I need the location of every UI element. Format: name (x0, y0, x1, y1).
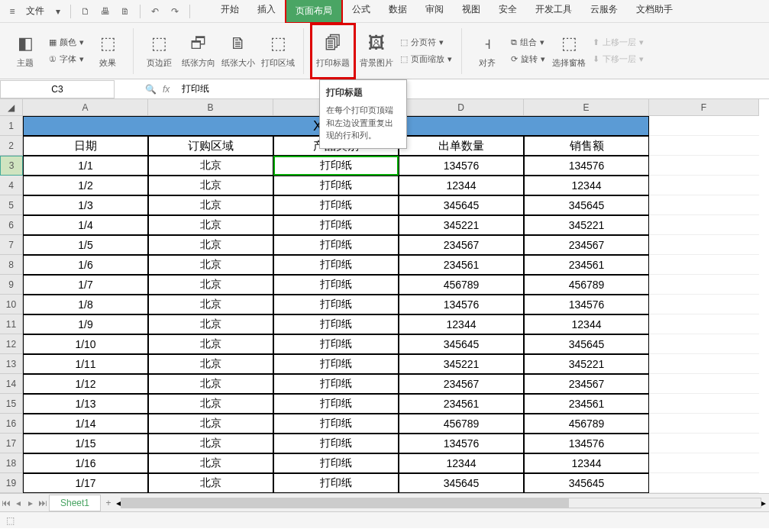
cell[interactable]: 打印纸 (273, 354, 399, 374)
cell[interactable]: 345221 (399, 354, 524, 374)
align-button[interactable]: ⫞对齐 (468, 27, 506, 76)
cell[interactable]: 345645 (524, 473, 649, 493)
cell[interactable]: 234567 (399, 235, 524, 255)
cell[interactable]: 打印纸 (273, 195, 399, 215)
cell[interactable]: 北京 (148, 414, 273, 434)
cell[interactable]: 234561 (524, 255, 649, 275)
cell[interactable]: 345645 (524, 195, 649, 215)
group-button[interactable]: ⧉组合▾ (508, 35, 548, 50)
row-header[interactable]: 14 (0, 374, 23, 394)
cell[interactable]: 1/9 (23, 314, 148, 334)
row-header[interactable]: 2 (0, 136, 23, 156)
cell[interactable]: 北京 (148, 235, 273, 255)
cell[interactable]: 打印纸 (273, 374, 399, 394)
cell[interactable]: 打印纸 (273, 394, 399, 414)
tab-formula[interactable]: 公式 (343, 0, 380, 24)
cell-selected[interactable]: 打印纸 (273, 156, 399, 176)
cell[interactable]: 345645 (399, 473, 524, 493)
cell[interactable] (649, 354, 759, 374)
cell[interactable] (649, 255, 759, 275)
undo-icon[interactable]: ↶ (147, 3, 163, 20)
preview-icon[interactable]: 🗎 (117, 3, 134, 20)
effect-button[interactable]: ⬚效果 (89, 27, 127, 76)
row-header[interactable]: 11 (0, 314, 23, 334)
font-button[interactable]: ①字体▾ (46, 52, 87, 67)
cell[interactable]: 12344 (399, 453, 524, 473)
new-icon[interactable]: 🗋 (77, 3, 94, 20)
search-fx-icon[interactable]: 🔍 (145, 84, 157, 95)
cell[interactable]: 1/11 (23, 354, 148, 374)
print-icon[interactable]: 🖶 (97, 3, 114, 20)
cell[interactable]: 1/2 (23, 176, 148, 195)
tab-view[interactable]: 视图 (453, 0, 490, 24)
tab-dochelper[interactable]: 文档助手 (627, 0, 682, 24)
cell[interactable]: 134576 (524, 434, 649, 453)
row-header[interactable]: 9 (0, 275, 23, 295)
cell[interactable]: 1/5 (23, 235, 148, 255)
orientation-button[interactable]: 🗗纸张方向 (179, 27, 218, 76)
cell[interactable]: 134576 (524, 156, 649, 176)
cell[interactable] (649, 414, 759, 434)
cell[interactable]: 打印纸 (273, 434, 399, 453)
cell[interactable] (649, 374, 759, 394)
row-header[interactable]: 1 (0, 116, 23, 136)
cell[interactable] (649, 453, 759, 473)
rotate-button[interactable]: ⟳旋转▾ (508, 52, 548, 67)
cell[interactable]: 234561 (399, 394, 524, 414)
cell[interactable]: 12344 (524, 453, 649, 473)
cell[interactable] (649, 195, 759, 215)
cell[interactable]: 北京 (148, 434, 273, 453)
tab-pagelayout[interactable]: 页面布局 (285, 0, 343, 24)
cell[interactable]: 456789 (524, 414, 649, 434)
col-header[interactable]: A (23, 99, 148, 116)
col-header[interactable]: E (524, 99, 649, 116)
cell[interactable] (649, 215, 759, 235)
cell[interactable]: 打印纸 (273, 295, 399, 314)
cell[interactable]: 1/16 (23, 453, 148, 473)
dropdown-icon[interactable]: ▾ (52, 5, 64, 18)
cell[interactable]: 1/1 (23, 156, 148, 176)
row-header[interactable]: 16 (0, 414, 23, 434)
cell[interactable]: 345221 (524, 354, 649, 374)
cell[interactable]: 12344 (399, 176, 524, 195)
cell[interactable]: 134576 (399, 156, 524, 176)
col-header[interactable]: F (649, 99, 759, 116)
cell[interactable]: 1/15 (23, 434, 148, 453)
formula-input[interactable]: 打印纸 (176, 80, 769, 98)
cell[interactable]: 北京 (148, 314, 273, 334)
scroll-thumb[interactable] (121, 498, 569, 508)
cell[interactable] (649, 334, 759, 354)
printarea-button[interactable]: ⬚打印区域 (259, 27, 297, 76)
row-header[interactable]: 6 (0, 215, 23, 235)
breaks-button[interactable]: ⬚分页符▾ (397, 35, 455, 50)
tab-data[interactable]: 数据 (380, 0, 416, 24)
cell[interactable]: 345645 (399, 334, 524, 354)
file-menu[interactable]: 文件 (21, 5, 49, 18)
cell[interactable]: 北京 (148, 473, 273, 493)
row-header[interactable]: 5 (0, 195, 23, 215)
add-sheet-icon[interactable]: + (101, 498, 116, 508)
cell[interactable]: 1/6 (23, 255, 148, 275)
cell[interactable]: 打印纸 (273, 255, 399, 275)
cell[interactable]: 打印纸 (273, 275, 399, 295)
cell[interactable]: 北京 (148, 295, 273, 314)
tab-dev[interactable]: 开发工具 (526, 0, 581, 24)
cell[interactable]: 北京 (148, 215, 273, 235)
tab-insert[interactable]: 插入 (248, 0, 285, 24)
margins-button[interactable]: ⬚页边距 (140, 27, 178, 76)
header-cell[interactable]: 出单数量 (399, 136, 524, 156)
bgpic-button[interactable]: 🖼背景图片 (357, 27, 396, 76)
cell[interactable]: 1/13 (23, 394, 148, 414)
col-header[interactable]: B (148, 99, 273, 116)
cell[interactable]: 打印纸 (273, 453, 399, 473)
color-button[interactable]: ▦颜色▾ (46, 35, 87, 50)
cell[interactable]: 234561 (399, 255, 524, 275)
selpane-button[interactable]: ⬚选择窗格 (550, 27, 588, 76)
cell[interactable]: 1/12 (23, 374, 148, 394)
h-scrollbar[interactable]: ◂ ▸ (116, 497, 766, 509)
tab-security[interactable]: 安全 (490, 0, 526, 24)
cell[interactable] (649, 156, 759, 176)
tab-next-icon[interactable]: ▸ (24, 498, 37, 508)
cell[interactable] (649, 176, 759, 195)
name-box[interactable]: C3 (0, 80, 115, 98)
